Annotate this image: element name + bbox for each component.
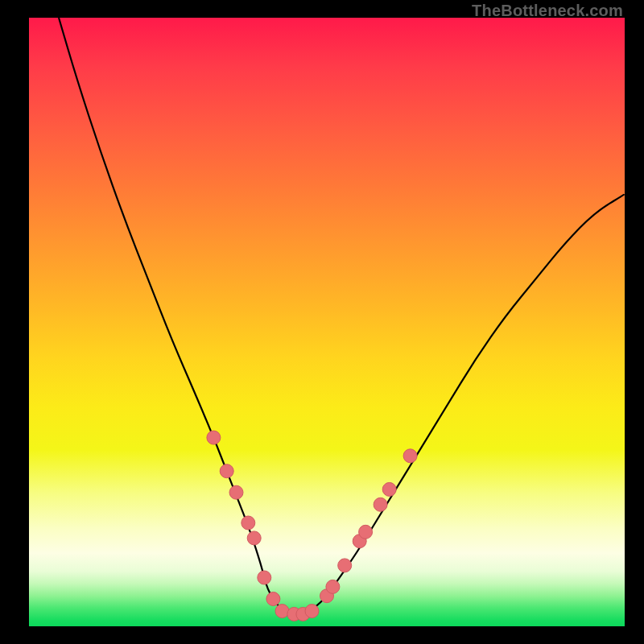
marker-dot: [403, 449, 417, 463]
bottleneck-curve: [59, 18, 625, 614]
marker-dot: [374, 497, 387, 511]
marker-dot: [220, 464, 233, 478]
marker-dot: [305, 605, 319, 618]
plot-area: [29, 18, 625, 626]
marker-dot: [326, 580, 340, 593]
chart-frame: TheBottleneck.com: [0, 0, 644, 644]
marker-dot: [359, 525, 373, 539]
marker-dot: [247, 531, 261, 545]
marker-dot: [242, 516, 255, 530]
marker-dot: [338, 559, 352, 572]
marker-dot: [275, 605, 289, 618]
marker-dot: [382, 482, 396, 496]
marker-dot: [266, 592, 280, 606]
curve-svg: [29, 18, 625, 626]
marker-dot: [207, 431, 221, 444]
marker-dot: [229, 485, 243, 499]
marker-dot: [258, 571, 271, 584]
highlight-dots: [207, 431, 417, 621]
